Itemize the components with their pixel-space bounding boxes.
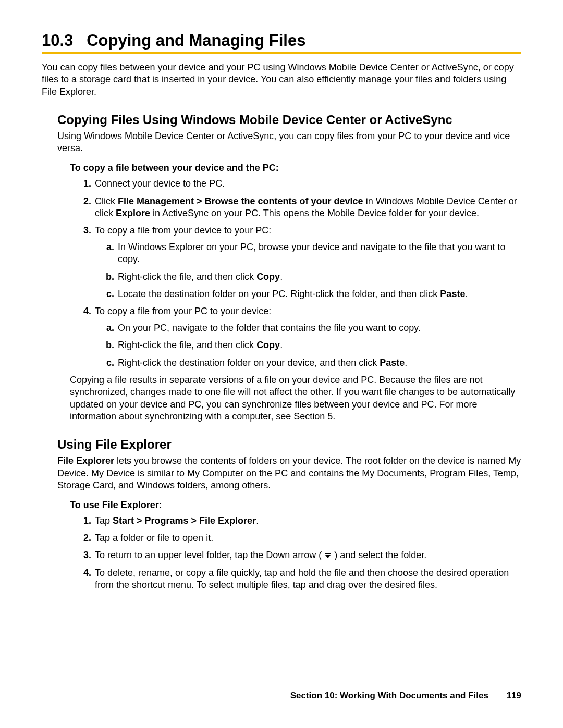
copy-step-3b-bold: Copy [256,272,280,282]
fe-step-3: To return to an upper level folder, tap … [94,549,521,561]
howto-label-file-explorer: To use File Explorer: [70,500,521,511]
copy-step-4c-a: Right-click the destination folder on yo… [118,357,380,368]
fe-step-1-c: . [256,515,259,526]
down-arrow-icon [324,553,332,559]
copy-step-3b-a: Right-click the file, and then click [118,272,256,282]
copy-step-3-sublist: In Windows Explorer on your PC, browse y… [99,241,521,301]
copy-step-3: To copy a file from your device to your … [94,225,521,300]
section-title-text: Copying and Managing Files [87,31,305,50]
subtitle-copying-files: Copying Files Using Windows Mobile Devic… [57,113,521,127]
copy-step-2-bold2: Explore [116,208,150,218]
sub2-intro-rest: lets you browse the contents of folders … [57,455,521,490]
copy-step-3b: Right-click the file, and then click Cop… [117,271,521,283]
section-heading: 10.3 Copying and Managing Files [42,31,521,50]
svg-marker-1 [325,555,331,558]
subtitle-file-explorer: Using File Explorer [57,437,521,452]
copy-step-3c-c: . [465,289,468,299]
fe-step-4: To delete, rename, or copy a file quickl… [94,567,521,591]
copy-step-4b-a: Right-click the file, and then click [118,340,256,350]
copy-step-3c: Locate the destination folder on your PC… [117,288,521,300]
copy-note: Copying a file results in separate versi… [70,374,521,423]
copy-step-2-bold1: File Management > Browse the contents of… [118,196,363,206]
svg-rect-0 [325,553,331,554]
fe-step-2: Tap a folder or file to open it. [94,532,521,544]
footer-page-number: 119 [507,690,521,700]
file-explorer-steps-list: Tap Start > Programs > File Explorer. Ta… [76,515,521,591]
copy-step-1-text: Connect your device to the PC. [95,178,225,189]
section-number: 10.3 [42,31,73,50]
sub2-intro: File Explorer lets you browse the conten… [57,455,521,491]
page-content: 10.3 Copying and Managing Files You can … [42,31,521,728]
page-footer: Section 10: Working With Documents and F… [290,690,521,701]
fe-step-2-text: Tap a folder or file to open it. [95,533,213,543]
copy-step-3c-bold: Paste [440,289,465,299]
fe-step-3-a: To return to an upper level folder, tap … [95,550,324,560]
copy-step-4b-bold: Copy [256,340,280,350]
copy-step-2: Click File Management > Browse the conte… [94,195,521,220]
copy-step-4b-c: . [280,340,283,350]
copy-step-4c-bold: Paste [380,357,405,368]
copy-step-3a-text: In Windows Explorer on your PC, browse y… [118,242,505,264]
copy-step-2-d: in ActiveSync on your PC. This opens the… [150,208,479,218]
copy-step-4a-text: On your PC, navigate to the folder that … [118,323,421,333]
fe-step-3-b: ) and select the folder. [332,550,426,560]
sub1-intro: Using Windows Mobile Device Center or Ac… [57,130,521,154]
copy-step-3c-a: Locate the destination folder on your PC… [118,289,440,299]
copy-steps-list: Connect your device to the PC. Click Fil… [76,178,521,369]
copy-step-3a: In Windows Explorer on your PC, browse y… [117,241,521,266]
copy-step-4b: Right-click the file, and then click Cop… [117,339,521,351]
fe-step-1: Tap Start > Programs > File Explorer. [94,515,521,527]
howto-label-copy: To copy a file between your device and t… [70,163,521,174]
copy-step-4c-c: . [405,357,407,368]
title-underline [42,52,521,54]
copy-step-4c: Right-click the destination folder on yo… [117,357,521,369]
fe-step-1-bold: Start > Programs > File Explorer [113,515,256,526]
fe-step-1-a: Tap [95,515,113,526]
intro-paragraph: You can copy files between your device a… [42,61,521,98]
copy-step-3b-c: . [280,272,283,282]
copy-step-4-text: To copy a file from your PC to your devi… [95,306,271,316]
sub2-intro-bold: File Explorer [57,455,114,466]
fe-step-4-text: To delete, rename, or copy a file quickl… [95,567,509,590]
copy-step-3-text: To copy a file from your device to your … [95,225,271,236]
copy-step-1: Connect your device to the PC. [94,178,521,190]
copy-step-4a: On your PC, navigate to the folder that … [117,322,521,334]
copy-step-4-sublist: On your PC, navigate to the folder that … [99,322,521,369]
copy-step-4: To copy a file from your PC to your devi… [94,305,521,369]
copy-step-2-a: Click [95,196,118,206]
footer-section-label: Section 10: Working With Documents and F… [290,690,488,700]
